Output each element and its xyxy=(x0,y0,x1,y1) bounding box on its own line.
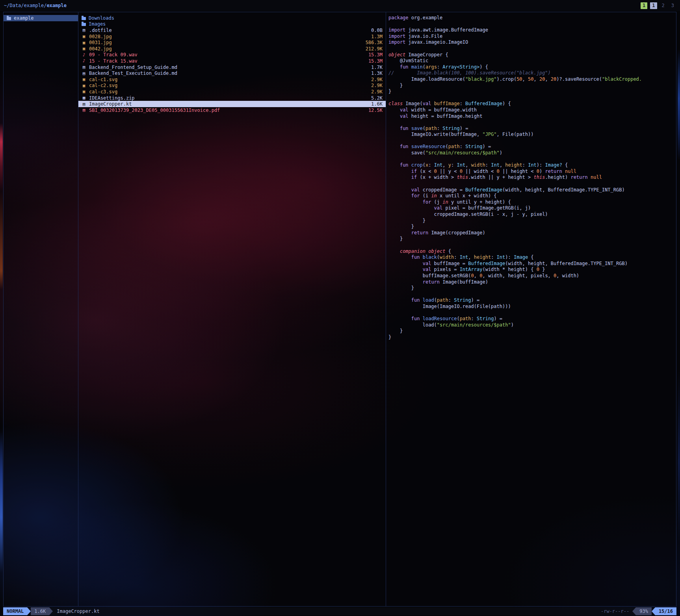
file-size: 0.0B xyxy=(371,28,383,33)
file-name: 09 - Track 09.wav xyxy=(89,52,137,58)
preview-code: package org.example import java.awt.imag… xyxy=(386,15,676,340)
code-line xyxy=(388,119,674,126)
file-row[interactable]: ▤.dotfile0.0B xyxy=(78,27,386,33)
file-size: 15.3M xyxy=(368,58,383,64)
file-size: 1.6K xyxy=(371,101,383,107)
dir-name: example xyxy=(14,15,34,21)
tab-1[interactable]: 1 xyxy=(641,2,647,9)
breadcrumb-path: ~/Data/example/example xyxy=(4,3,67,8)
file-size: 2.9K xyxy=(371,77,383,82)
file-size: 5.2K xyxy=(371,95,383,101)
image-icon: ▣ xyxy=(82,46,86,51)
code-line xyxy=(388,46,674,52)
tab-bar: 1123 xyxy=(638,2,676,9)
code-line: return Image(buffImage) xyxy=(388,279,674,286)
file-row[interactable]: ▤ImageCropper.kt1.6K xyxy=(78,101,386,107)
file-row[interactable]: ▤Backend_Test_Execution_Guide.md1.3K xyxy=(78,70,386,76)
code-line xyxy=(388,310,674,316)
file-row[interactable]: ▣0028.jpg1.3M xyxy=(78,33,386,40)
tab-4[interactable]: 3 xyxy=(669,2,676,9)
header-bar: ~/Data/example/example 1123 xyxy=(0,0,680,11)
wallpaper-edge-accent-right xyxy=(678,0,680,616)
file-row[interactable]: ▣0031.jpg586.3K xyxy=(78,39,386,46)
audio-icon: ♪ xyxy=(82,58,86,63)
code-line: import java.awt.image.BufferedImage xyxy=(388,27,674,33)
file-name: 15 - Track 15.wav xyxy=(89,58,137,64)
code-line: fun main(args: Array<String>) { xyxy=(388,64,674,71)
code-line: } xyxy=(388,328,674,334)
file-row[interactable]: Images xyxy=(78,21,386,28)
audio-icon: ♪ xyxy=(82,52,86,58)
cursor-position-badge: 15/16 xyxy=(655,607,676,615)
file-name: Backend_Frontend_Setup_Guide.md xyxy=(89,65,177,70)
code-line: val pixels = IntArray(width * height) { … xyxy=(388,267,674,273)
tab-3[interactable]: 2 xyxy=(660,2,667,9)
image-icon: ▣ xyxy=(82,89,86,94)
kotlin-icon: ▤ xyxy=(82,102,86,107)
file-permissions: -rw-r--r-- xyxy=(601,609,629,614)
code-line: fun black(width: Int, height: Int): Imag… xyxy=(388,254,674,261)
code-line: Image.loadResource("black.jpg").crop(50,… xyxy=(388,76,674,83)
code-line xyxy=(388,95,674,101)
code-line: } xyxy=(388,285,674,291)
path-prefix: ~/Data/example/ xyxy=(4,3,46,8)
path-current-dir: example xyxy=(46,3,67,8)
code-line: import java.io.File xyxy=(388,33,674,40)
code-line: val width = buffImage.width xyxy=(388,107,674,113)
code-line: } xyxy=(388,218,674,224)
folder-icon xyxy=(82,23,86,26)
parent-dir-row[interactable]: example xyxy=(4,15,78,21)
image-icon: ▣ xyxy=(82,77,86,82)
code-line: import javax.imageio.ImageIO xyxy=(388,39,674,46)
archive-icon: ▦ xyxy=(82,95,86,100)
powerline-separator-icon xyxy=(49,607,53,615)
code-line: fun save(path: String) = xyxy=(388,126,674,132)
code-line: companion object { xyxy=(388,249,674,255)
file-name: SBI_0032013739_2023_DE05_0003155631Invoi… xyxy=(89,108,220,113)
preview-pane: package org.example import java.awt.imag… xyxy=(386,12,676,606)
file-size: 1.3K xyxy=(371,71,383,76)
file-row[interactable]: ▤SBI_0032013739_2023_DE05_0003155631Invo… xyxy=(78,107,386,113)
code-line: val pixel = buffImage.getRGB(i, j) xyxy=(388,205,674,212)
code-line: load("src/main/resources/$path") xyxy=(388,322,674,328)
file-size: 212.9K xyxy=(366,46,383,52)
code-line: // Image.black(100, 100).saveResource("b… xyxy=(388,70,674,76)
file-name: cal-c3.svg xyxy=(89,89,117,95)
file-name: 0031.jpg xyxy=(89,40,112,45)
code-line xyxy=(388,181,674,187)
code-line: for (j in y until y + height) { xyxy=(388,199,674,206)
code-line: Image(ImageIO.read(File(path))) xyxy=(388,304,674,310)
file-size: 586.3K xyxy=(366,40,383,45)
code-line: buffImage.setRGB(0, 0, width, height, pi… xyxy=(388,273,674,279)
tab-2[interactable]: 1 xyxy=(650,2,657,9)
parent-pane: example xyxy=(4,12,78,606)
file-manager-panes: example DownloadsImages▤.dotfile0.0B▣002… xyxy=(3,12,676,607)
file-row[interactable]: ▣cal-c3.svg2.9K xyxy=(78,89,386,95)
file-name: Images xyxy=(89,21,106,27)
file-size: 2.9K xyxy=(371,89,383,95)
mode-indicator: NORMAL xyxy=(3,607,27,615)
file-row[interactable]: ▦IDEAsettings.zip5.2K xyxy=(78,95,386,101)
powerline-separator-icon xyxy=(632,607,636,615)
code-line: } xyxy=(388,89,674,95)
code-line xyxy=(388,242,674,249)
file-row[interactable]: ▣cal-c2.svg2.9K xyxy=(78,83,386,89)
code-line xyxy=(388,138,674,144)
code-line: fun crop(x: Int, y: Int, width: Int, hei… xyxy=(388,162,674,169)
image-icon: ▣ xyxy=(82,83,86,88)
code-line: return Image(croppedImage) xyxy=(388,230,674,236)
file-row[interactable]: ♪09 - Track 09.wav15.3M xyxy=(78,52,386,58)
file-row[interactable]: ▤Backend_Frontend_Setup_Guide.md1.7K xyxy=(78,64,386,71)
code-line: } xyxy=(388,83,674,89)
folder-icon xyxy=(7,17,11,20)
file-row[interactable]: ▣cal-c1.svg2.9K xyxy=(78,76,386,83)
file-name: Downloads xyxy=(89,15,114,21)
code-line: val croppedImage = BufferedImage(width, … xyxy=(388,187,674,193)
code-line: class Image(val buffImage: BufferedImage… xyxy=(388,101,674,107)
file-row[interactable]: ♪15 - Track 15.wav15.3M xyxy=(78,58,386,64)
code-line: } xyxy=(388,224,674,230)
code-line: object ImageCropper { xyxy=(388,52,674,58)
file-row[interactable]: Downloads xyxy=(78,15,386,21)
powerline-separator-icon xyxy=(652,607,655,615)
file-row[interactable]: ▣0042.jpg212.9K xyxy=(78,46,386,52)
